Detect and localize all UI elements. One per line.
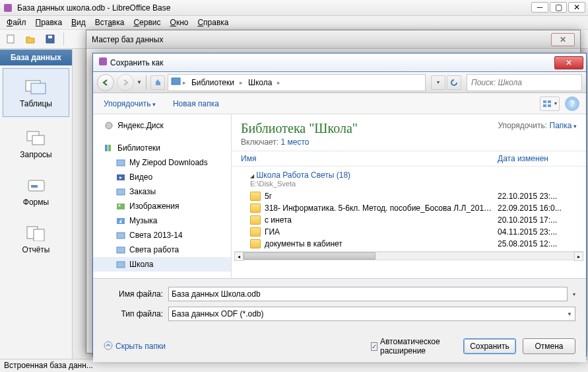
svg-rect-7 [32,135,44,145]
music-library-icon [115,215,126,226]
col-header-date[interactable]: Дата изменен [498,154,577,163]
save-button[interactable]: Сохранить [463,338,516,354]
svg-rect-1 [7,35,14,43]
svg-rect-20 [105,145,108,151]
chevron-right-icon[interactable]: ▸ [183,79,186,86]
folder-library-icon [115,186,126,197]
forward-button[interactable] [117,74,134,91]
tree-sveta-work[interactable]: Света работа [93,242,231,257]
close-button[interactable]: ✕ [568,2,585,13]
video-library-icon [115,172,126,182]
svg-rect-26 [117,204,125,209]
column-headers: Имя Дата изменен [232,151,586,167]
maximize-button[interactable]: ▢ [550,2,567,13]
toolbar-row: Упорядочить Новая папка ▾ ? [93,93,586,114]
tree-orders[interactable]: Заказы [93,184,231,199]
db-panel-header: База данных [0,50,72,65]
up-button[interactable] [150,75,165,90]
libraries-icon [104,143,114,153]
scroll-left-icon[interactable]: ◂ [234,252,244,261]
crumb-libraries[interactable]: Библиотеки [187,76,238,89]
folder-library-icon [115,244,126,255]
menu-window[interactable]: Окно [166,17,193,28]
main-titlebar: База данных школа.odb - LibreOffice Base… [0,0,588,16]
save-close-button[interactable]: ✕ [554,56,583,69]
sidebar-item-reports[interactable]: Отчёты [0,215,72,262]
filename-input[interactable] [168,287,568,301]
file-row[interactable]: ГИА04.11.2015 23:... [232,226,586,238]
save-icon[interactable] [42,32,58,46]
sidebar-item-tables[interactable]: Таблицы [3,68,69,117]
search-input[interactable]: Поиск: Школа [467,74,582,91]
button-row: Скрыть папки ✓ Автоматическое расширение… [93,332,586,362]
app-icon [3,3,13,13]
new-doc-icon[interactable] [3,32,18,46]
cancel-button[interactable]: Отмена [523,338,575,354]
sort-dropdown[interactable]: Папка [550,121,577,130]
prev-location-button[interactable]: ▾ [431,75,445,90]
menu-edit[interactable]: Правка [32,17,67,28]
save-as-dialog: Сохранить как ✕ ▼ ▸ Библиотеки ▸ Школа ▸… [92,53,587,357]
sidebar-item-forms[interactable]: Формы [0,167,72,215]
scroll-right-icon[interactable]: ▸ [574,252,583,261]
svg-rect-17 [543,104,546,107]
sidebar-item-queries[interactable]: Запросы [0,120,72,167]
menu-help[interactable]: Справка [193,17,232,28]
tree-music[interactable]: Музыка [93,213,231,228]
tree-sveta1314[interactable]: Света 2013-14 [93,228,231,242]
save-title-text: Сохранить как [110,58,163,67]
filename-history-icon[interactable]: ▾ [573,291,575,297]
hide-folders-link[interactable]: Скрыть папки [104,341,166,352]
col-header-name[interactable]: Имя [241,154,498,163]
forms-icon [23,175,49,195]
view-mode-button[interactable]: ▾ [540,96,560,111]
back-button[interactable] [97,74,114,91]
search-placeholder: Поиск: Школа [471,78,522,87]
group-header[interactable]: ◢ Школа Работа Светы (18) [232,167,586,180]
folder-tree: Яндекс.Диск Библиотеки My Ziepod Downloa… [93,114,232,278]
auto-extension-checkbox[interactable]: ✓ Автоматическое расширение [371,337,457,355]
chevron-right-icon[interactable]: ▸ [277,79,280,86]
folder-icon [250,239,261,248]
file-row[interactable]: 5г22.10.2015 23:... [232,190,586,202]
breadcrumb[interactable]: ▸ Библиотеки ▸ Школа ▸ [168,74,426,91]
library-root-icon [171,77,181,88]
chevron-right-icon[interactable]: ▸ [240,79,243,86]
open-icon[interactable] [22,32,38,46]
svg-rect-21 [108,145,111,151]
help-button[interactable]: ? [565,96,579,111]
filetype-select[interactable]: База данных ODF (*.odb) [168,307,575,321]
menu-file[interactable]: Файл [3,17,30,28]
form-area: Имя файла: ▾ Тип файла: База данных ODF … [93,278,586,332]
organize-button[interactable]: Упорядочить [100,97,160,110]
includes-link[interactable]: 1 место [281,137,310,147]
menu-view[interactable]: Вид [67,17,90,28]
minimize-button[interactable]: ─ [531,2,548,13]
wizard-titlebar[interactable]: Мастер баз данных ✕ [86,30,580,49]
queries-icon [23,128,49,147]
save-titlebar[interactable]: Сохранить как ✕ [93,54,586,72]
tree-images[interactable]: Изображения [93,199,231,213]
svg-rect-11 [34,229,44,241]
menu-insert[interactable]: Вставка [91,17,129,28]
refresh-button[interactable] [447,75,461,90]
tree-school[interactable]: Школа [93,257,231,272]
file-row[interactable]: документы в кабинет25.08.2015 12:... [232,238,586,250]
svg-rect-14 [172,78,180,85]
tree-downloads[interactable]: My Ziepod Downloads [93,155,231,170]
menu-tools[interactable]: Сервис [129,17,164,28]
file-row[interactable]: 318- Информатика. 5-6кл. Метод. пособие_… [232,202,586,214]
tree-video[interactable]: Видео [93,170,231,184]
svg-rect-13 [156,82,160,85]
scroll-track[interactable] [244,252,574,260]
history-drop-icon[interactable]: ▼ [137,79,142,85]
crumb-school[interactable]: Школа [244,76,276,89]
file-row[interactable]: с инета20.10.2015 17:... [232,214,586,226]
tree-yandex[interactable]: Яндекс.Диск [93,118,231,133]
h-scrollbar[interactable]: ◂ ▸ [234,251,583,260]
wizard-close-button[interactable]: ✕ [551,33,575,46]
status-text: Встроенная база данн... [4,361,93,370]
scroll-thumb[interactable] [244,252,376,260]
tree-libraries[interactable]: Библиотеки [93,141,231,155]
new-folder-button[interactable]: Новая папка [169,97,223,110]
